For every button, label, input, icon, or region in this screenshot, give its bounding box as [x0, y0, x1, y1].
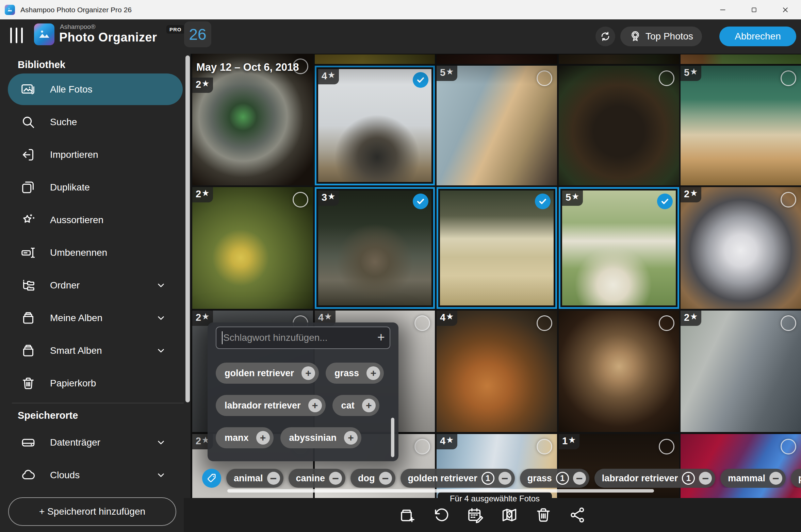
- sidebar-item-smart-alben[interactable]: Smart Alben: [0, 335, 184, 366]
- sidebar-item-umbenennen[interactable]: Umbenennen: [0, 237, 184, 268]
- photo-thumbnail-neon-lit-dog[interactable]: [681, 434, 801, 498]
- selection-checkbox[interactable]: [537, 439, 552, 454]
- selection-checkbox[interactable]: [659, 70, 674, 86]
- photo-thumbnail-sliver-dog-on-grass[interactable]: [681, 54, 801, 64]
- active-tag-dog[interactable]: dog−: [350, 469, 395, 488]
- photo-thumbnail-duckling-swimming[interactable]: 2★: [192, 187, 313, 309]
- add-tag-button[interactable]: +: [256, 431, 270, 445]
- tag-suggestion-manx[interactable]: manx +: [216, 427, 274, 448]
- maximize-button[interactable]: [738, 0, 770, 19]
- selection-checkbox[interactable]: [414, 315, 430, 331]
- tag-suggestion-grass[interactable]: grass +: [326, 363, 384, 384]
- remove-tag-button[interactable]: −: [329, 472, 342, 485]
- photo-thumbnail-weimaraner-in-field[interactable]: [437, 187, 557, 309]
- selection-checkbox[interactable]: [659, 439, 674, 454]
- map-button[interactable]: [500, 505, 519, 525]
- selection-checkbox[interactable]: [781, 70, 796, 86]
- add-to-album-button[interactable]: [398, 505, 417, 525]
- photo-thumbnail-dark-dog-ears[interactable]: 1★: [559, 434, 679, 498]
- photo-thumbnail-corgi-by-curtains[interactable]: 4★: [437, 434, 557, 498]
- photo-thumbnail-sliver-dark-yard[interactable]: [559, 54, 679, 64]
- horizontal-scrollbar[interactable]: [227, 489, 654, 493]
- add-tag-button[interactable]: +: [362, 399, 376, 412]
- edit-date-button[interactable]: [466, 505, 485, 525]
- sidebar-item-suche[interactable]: Suche: [0, 106, 184, 138]
- cancel-button[interactable]: Abbrechen: [719, 27, 796, 46]
- close-button[interactable]: [770, 0, 801, 19]
- tag-suggestion-abyssinian[interactable]: abyssinian +: [280, 427, 362, 448]
- add-tag-icon[interactable]: +: [377, 331, 385, 344]
- photo-thumbnail-dog-on-leash-street[interactable]: 2★: [681, 311, 801, 432]
- remove-tag-button[interactable]: −: [379, 472, 392, 485]
- active-tag-grass[interactable]: grass1−: [520, 469, 589, 488]
- sidebar-item-clouds[interactable]: Clouds: [0, 459, 184, 491]
- active-tag-canine[interactable]: canine−: [289, 469, 346, 488]
- tag-filter-button[interactable]: [202, 469, 221, 488]
- selection-checkbox-checked[interactable]: [413, 194, 428, 209]
- sidebar-item-duplikate[interactable]: Duplikate: [0, 171, 184, 203]
- photo-thumbnail-doberman-portrait[interactable]: [559, 66, 679, 185]
- minimize-button[interactable]: [707, 0, 738, 19]
- selection-checkbox[interactable]: [537, 315, 552, 331]
- selection-checkbox[interactable]: [659, 315, 674, 331]
- selection-checkbox-checked[interactable]: [413, 72, 428, 88]
- selection-checkbox[interactable]: [781, 192, 796, 207]
- chevron-down-icon[interactable]: [156, 280, 166, 290]
- active-tag-labrador-retriever[interactable]: labrador retriever1−: [594, 469, 716, 488]
- chevron-down-icon[interactable]: [156, 313, 166, 323]
- remove-tag-button[interactable]: −: [769, 472, 782, 485]
- selection-checkbox-checked[interactable]: [657, 194, 673, 209]
- add-tag-button[interactable]: +: [344, 431, 358, 445]
- popup-scrollbar[interactable]: [391, 418, 394, 457]
- top-photos-button[interactable]: Top Photos: [620, 27, 702, 46]
- photo-thumbnail-white-dog-meadow[interactable]: 5★: [559, 187, 679, 309]
- sidebar-item-importieren[interactable]: Importieren: [0, 139, 184, 170]
- selection-checkbox[interactable]: [414, 439, 430, 454]
- remove-tag-button[interactable]: −: [573, 472, 586, 485]
- active-tag-mammal[interactable]: mammal−: [720, 469, 786, 488]
- selection-checkbox[interactable]: [537, 70, 552, 86]
- chevron-down-icon[interactable]: [156, 346, 166, 356]
- photo-thumbnail-kitten-looking-down[interactable]: [559, 311, 679, 432]
- delete-button[interactable]: [534, 505, 553, 525]
- remove-tag-button[interactable]: −: [498, 472, 511, 485]
- sidebar-item-aussortieren[interactable]: Aussortieren: [0, 204, 184, 236]
- active-tag-animal[interactable]: animal−: [226, 469, 283, 488]
- photo-thumbnail-dogs-at-pool[interactable]: 5★: [681, 66, 801, 185]
- photo-thumbnail-sliver-dark-interior[interactable]: [437, 54, 557, 64]
- refresh-button[interactable]: [595, 27, 615, 46]
- add-storage-button[interactable]: + Speicherort hinzufügen: [8, 497, 176, 526]
- undo-button[interactable]: [432, 505, 451, 525]
- share-button[interactable]: [568, 505, 587, 525]
- selection-checkbox[interactable]: [781, 315, 796, 331]
- remove-tag-button[interactable]: −: [699, 472, 712, 485]
- add-tag-button[interactable]: +: [366, 366, 380, 380]
- menu-icon[interactable]: [10, 28, 27, 45]
- photo-thumbnail-husky-face[interactable]: 2★: [681, 187, 801, 309]
- selection-checkbox[interactable]: [781, 439, 796, 454]
- photo-thumbnail-two-cats-nuzzling[interactable]: 5★: [437, 66, 557, 185]
- add-tag-button[interactable]: +: [308, 399, 322, 412]
- photo-thumbnail-weimaraner-at-lake[interactable]: 3★: [315, 187, 435, 309]
- active-tag-golden-retriever[interactable]: golden retriever1−: [400, 469, 515, 488]
- sidebar-item-alle-fotos[interactable]: Alle Fotos: [0, 73, 184, 105]
- selection-checkbox[interactable]: [293, 192, 308, 207]
- tag-suggestion-labrador-retriever[interactable]: labrador retriever +: [216, 395, 326, 416]
- sidebar-item-datentr-ger[interactable]: Datenträger: [0, 427, 184, 458]
- chevron-down-icon[interactable]: [156, 437, 166, 448]
- selection-checkbox-checked[interactable]: [535, 194, 551, 209]
- remove-tag-button[interactable]: −: [267, 472, 280, 485]
- tag-input[interactable]: [216, 327, 390, 348]
- tag-suggestion-golden-retriever[interactable]: golden retriever +: [216, 363, 319, 384]
- photo-thumbnail-hand-petting-brown-dog[interactable]: 4★: [437, 311, 557, 432]
- photo-thumbnail-sliver-grass-closeup[interactable]: [315, 54, 435, 64]
- photo-thumbnail-dog-on-rock-fog[interactable]: 4★: [315, 66, 435, 185]
- vertical-scrollbar[interactable]: [185, 55, 190, 402]
- sidebar-item-papierkorb[interactable]: Papierkorb: [0, 367, 184, 399]
- add-tag-button[interactable]: +: [301, 366, 315, 380]
- chevron-down-icon[interactable]: [156, 470, 166, 480]
- active-tag-p[interactable]: p−: [791, 469, 801, 488]
- photo-thumbnail-cat-eye-closeup[interactable]: 2★: [192, 54, 313, 185]
- sidebar-item-meine-alben[interactable]: Meine Alben: [0, 302, 184, 334]
- tag-suggestion-cat[interactable]: cat +: [332, 395, 379, 416]
